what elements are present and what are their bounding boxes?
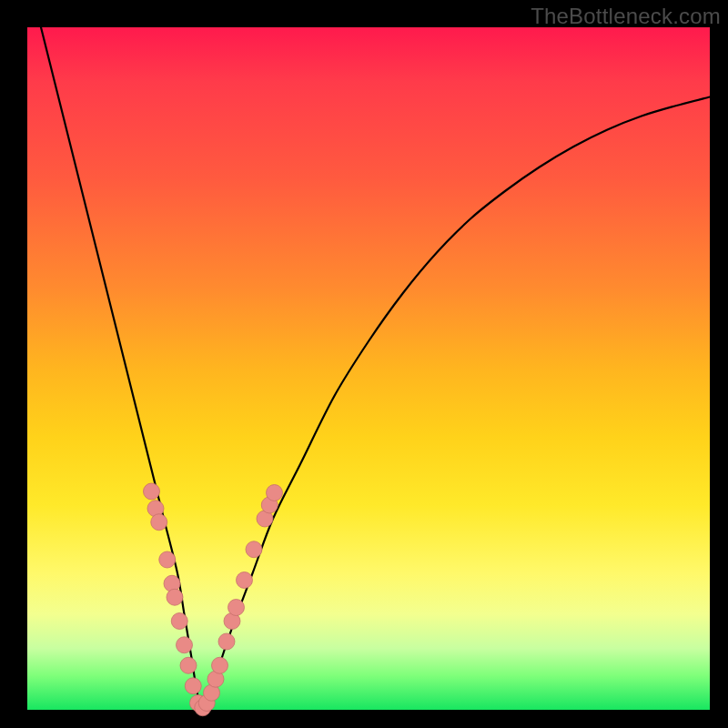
curve-marker: [151, 514, 167, 531]
chart-svg: [27, 27, 710, 710]
curve-marker: [218, 633, 235, 650]
curve-marker: [180, 657, 197, 673]
curve-markers: [144, 483, 283, 716]
curve-marker: [171, 613, 187, 630]
curve-marker: [212, 657, 228, 673]
curve-marker: [267, 485, 283, 501]
curve-marker: [246, 541, 262, 558]
curve-marker: [144, 483, 160, 500]
watermark-text: TheBottleneck.com: [531, 4, 721, 29]
curve-marker: [228, 600, 245, 616]
curve-marker: [167, 589, 183, 605]
curve-marker: [237, 572, 253, 589]
bottleneck-curve: [41, 27, 710, 710]
chart-frame: TheBottleneck.com: [0, 0, 728, 728]
curve-marker: [177, 637, 193, 653]
curve-marker: [185, 678, 201, 694]
curve-marker: [159, 551, 176, 568]
plot-area: [27, 27, 710, 710]
